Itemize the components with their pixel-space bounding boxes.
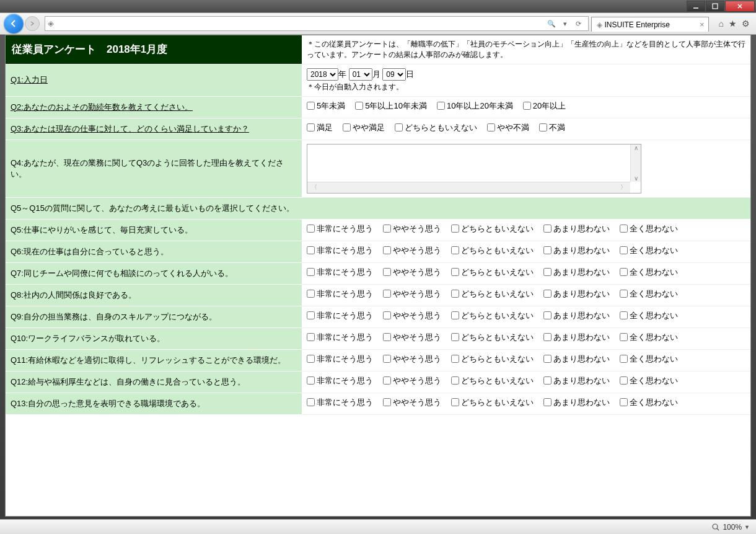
favorites-icon[interactable]: ★	[729, 19, 737, 29]
option-ややそう思う[interactable]: ややそう思う	[383, 288, 441, 300]
checkbox[interactable]	[307, 398, 315, 406]
option-非常にそう思う[interactable]: 非常にそう思う	[307, 245, 373, 256]
checkbox[interactable]	[620, 246, 628, 254]
checkbox[interactable]	[620, 376, 628, 385]
option-どちらともいえない[interactable]: どちらともいえない	[451, 310, 534, 321]
checkbox[interactable]	[620, 290, 628, 298]
checkbox[interactable]	[543, 398, 552, 406]
option-全く思わない[interactable]: 全く思わない	[620, 397, 678, 408]
checkbox[interactable]	[307, 376, 315, 385]
option-非常にそう思う[interactable]: 非常にそう思う	[307, 223, 373, 234]
option-ややそう思う[interactable]: ややそう思う	[383, 375, 441, 386]
dropdown-icon[interactable]: ▾	[558, 20, 572, 28]
option-満足[interactable]: 満足	[307, 122, 333, 133]
option-あまり思わない[interactable]: あまり思わない	[543, 310, 610, 321]
checkbox[interactable]	[620, 225, 628, 233]
checkbox[interactable]	[543, 246, 552, 254]
day-select[interactable]: 09	[382, 68, 406, 81]
option-あまり思わない[interactable]: あまり思わない	[543, 245, 610, 256]
option-ややそう思う[interactable]: ややそう思う	[383, 223, 441, 234]
checkbox[interactable]	[383, 246, 391, 254]
option-非常にそう思う[interactable]: 非常にそう思う	[307, 267, 373, 278]
option-どちらともいえない[interactable]: どちらともいえない	[451, 397, 534, 408]
checkbox[interactable]	[383, 398, 391, 406]
option-あまり思わない[interactable]: あまり思わない	[543, 354, 610, 365]
checkbox[interactable]	[451, 311, 459, 319]
checkbox[interactable]	[307, 246, 315, 254]
option-どちらともいえない[interactable]: どちらともいえない	[451, 354, 534, 365]
vertical-scrollbar[interactable]: ∧∨	[630, 145, 641, 182]
refresh-icon[interactable]: ⟳	[572, 20, 586, 28]
checkbox[interactable]	[543, 355, 552, 363]
option-不満[interactable]: 不満	[539, 122, 565, 133]
year-select[interactable]: 2018	[307, 68, 338, 81]
checkbox[interactable]	[307, 225, 315, 233]
checkbox[interactable]	[451, 333, 459, 341]
checkbox[interactable]	[620, 398, 628, 406]
option-あまり思わない[interactable]: あまり思わない	[543, 223, 610, 234]
checkbox[interactable]	[620, 268, 628, 276]
option-ややそう思う[interactable]: ややそう思う	[383, 245, 441, 256]
search-icon[interactable]: 🔍	[545, 20, 558, 28]
checkbox[interactable]	[307, 311, 315, 319]
browser-tab[interactable]: ◈ INSUITE Enterprise ×	[591, 17, 709, 32]
checkbox[interactable]	[543, 225, 552, 233]
checkbox[interactable]	[355, 102, 363, 110]
checkbox[interactable]	[543, 376, 552, 385]
checkbox[interactable]	[451, 225, 459, 233]
option-あまり思わない[interactable]: あまり思わない	[543, 267, 610, 278]
option-あまり思わない[interactable]: あまり思わない	[543, 288, 610, 300]
url-input[interactable]	[60, 19, 542, 28]
checkbox[interactable]	[487, 123, 495, 131]
checkbox[interactable]	[539, 123, 547, 131]
option-全く思わない[interactable]: 全く思わない	[620, 245, 678, 256]
option-どちらともいえない[interactable]: どちらともいえない	[451, 332, 534, 343]
checkbox[interactable]	[307, 333, 315, 341]
checkbox[interactable]	[383, 311, 391, 319]
option-どちらともいえない[interactable]: どちらともいえない	[451, 223, 534, 234]
option-非常にそう思う[interactable]: 非常にそう思う	[307, 310, 373, 321]
checkbox[interactable]	[620, 333, 628, 341]
option-ややそう思う[interactable]: ややそう思う	[383, 310, 441, 321]
option-全く思わない[interactable]: 全く思わない	[620, 375, 678, 386]
option-全く思わない[interactable]: 全く思わない	[620, 223, 678, 234]
option-やや不満[interactable]: やや不満	[487, 122, 529, 133]
checkbox[interactable]	[523, 102, 531, 110]
option-全く思わない[interactable]: 全く思わない	[620, 332, 678, 343]
checkbox[interactable]	[451, 355, 459, 363]
checkbox[interactable]	[383, 225, 391, 233]
option-あまり思わない[interactable]: あまり思わない	[543, 375, 610, 386]
forward-button[interactable]	[25, 16, 40, 31]
checkbox[interactable]	[451, 398, 459, 406]
option-5年未満[interactable]: 5年未満	[307, 100, 345, 112]
option-10年以上20年未満[interactable]: 10年以上20年未満	[437, 100, 513, 112]
horizontal-scrollbar[interactable]: 〈〉	[307, 182, 630, 193]
checkbox[interactable]	[451, 246, 459, 254]
home-icon[interactable]: ⌂	[719, 19, 724, 29]
option-非常にそう思う[interactable]: 非常にそう思う	[307, 375, 373, 386]
option-非常にそう思う[interactable]: 非常にそう思う	[307, 397, 373, 408]
checkbox[interactable]	[543, 333, 552, 341]
option-やや満足[interactable]: やや満足	[343, 122, 385, 133]
minimize-button[interactable]	[687, 1, 705, 12]
checkbox[interactable]	[451, 376, 459, 385]
checkbox[interactable]	[543, 290, 552, 298]
month-select[interactable]: 01	[349, 68, 372, 81]
option-全く思わない[interactable]: 全く思わない	[620, 310, 678, 321]
option-非常にそう思う[interactable]: 非常にそう思う	[307, 288, 373, 300]
checkbox[interactable]	[543, 311, 552, 319]
checkbox[interactable]	[307, 290, 315, 298]
option-非常にそう思う[interactable]: 非常にそう思う	[307, 332, 373, 343]
checkbox[interactable]	[383, 376, 391, 385]
option-全く思わない[interactable]: 全く思わない	[620, 354, 678, 365]
option-ややそう思う[interactable]: ややそう思う	[383, 397, 441, 408]
checkbox[interactable]	[343, 123, 351, 131]
option-どちらともいえない[interactable]: どちらともいえない	[395, 122, 477, 133]
option-どちらともいえない[interactable]: どちらともいえない	[451, 288, 534, 300]
zoom-dropdown-icon[interactable]: ▼	[744, 524, 750, 530]
checkbox[interactable]	[451, 290, 459, 298]
option-どちらともいえない[interactable]: どちらともいえない	[451, 245, 534, 256]
checkbox[interactable]	[307, 268, 315, 276]
checkbox[interactable]	[451, 268, 459, 276]
option-全く思わない[interactable]: 全く思わない	[620, 267, 678, 278]
